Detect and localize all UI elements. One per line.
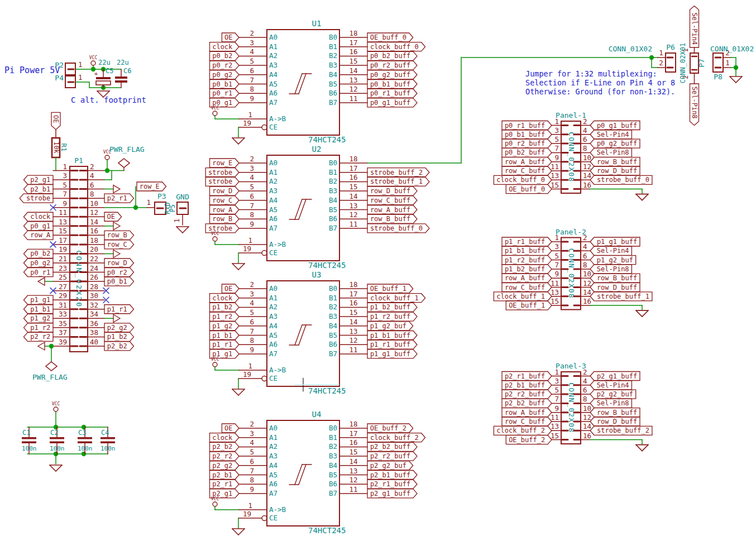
pin-number: 11 — [551, 413, 559, 422]
gnd-symbol[interactable] — [238, 264, 245, 270]
global-label-text: p1_r2 — [212, 313, 232, 320]
vcc-symbol[interactable] — [54, 407, 58, 411]
empty-label-arrow[interactable] — [113, 185, 120, 193]
pin-number: 31 — [59, 301, 67, 309]
vcc-symbol[interactable] — [213, 502, 217, 506]
pin-number: 6 — [250, 457, 254, 466]
pin-number: 11 — [349, 94, 357, 103]
pin-number: 17 — [349, 39, 357, 47]
vcc-symbol[interactable] — [213, 362, 217, 367]
global-label-text: p2_r1 — [212, 480, 232, 488]
global-label-text: clock_buff_1 — [496, 293, 545, 300]
ce-bubble[interactable] — [262, 376, 267, 381]
resistor-r1-value: 10k — [52, 142, 60, 154]
pwr-flag-symbol[interactable] — [118, 159, 130, 167]
pin-number: 19 — [243, 245, 251, 253]
cap-c5-plate[interactable] — [96, 81, 111, 85]
global-label-text: p0_b1 — [212, 80, 232, 88]
cap-plate[interactable] — [22, 437, 36, 439]
gnd-symbol[interactable] — [56, 465, 62, 471]
gnd-symbol[interactable] — [736, 76, 742, 83]
pin-name: A1 — [269, 294, 277, 302]
empty-label-arrow[interactable] — [113, 314, 120, 322]
connector-p8-ref: P8 — [714, 73, 722, 81]
hysteresis-symbol — [295, 325, 302, 345]
empty-label-arrow[interactable] — [38, 342, 45, 350]
pin-number: 4 — [250, 47, 254, 56]
gnd-symbol[interactable] — [636, 445, 642, 451]
ce-bubble[interactable] — [262, 516, 267, 521]
schematic-canvas[interactable]: Pi Power 5VC alt. footprintJumper for 1:… — [0, 0, 756, 541]
pin-number: 11 — [551, 162, 559, 171]
cap-plate[interactable] — [101, 437, 115, 439]
ce-bubble[interactable] — [262, 125, 267, 130]
pin-number: 14 — [90, 218, 98, 226]
vcc-symbol[interactable] — [91, 61, 95, 65]
cap-c6-plate[interactable] — [115, 76, 127, 79]
gnd-symbol[interactable] — [176, 227, 183, 233]
connector-p8[interactable] — [713, 53, 723, 72]
global-label-text: OE_buff_1 — [509, 301, 545, 309]
gnd-symbol[interactable] — [642, 445, 648, 451]
gnd-symbol[interactable] — [238, 138, 245, 144]
gnd-symbol[interactable] — [238, 529, 245, 535]
cap-plate[interactable] — [78, 437, 92, 439]
ce-bubble[interactable] — [262, 251, 267, 256]
kicad-schematic[interactable]: Pi Power 5VC alt. footprintJumper for 1:… — [0, 0, 756, 541]
global-label-text: p2_g2 — [212, 462, 232, 470]
global-label-text: p2_b2_buff — [370, 443, 410, 451]
pin-number: 15 — [349, 57, 357, 65]
gnd-symbol[interactable] — [730, 76, 736, 83]
pin-name: A7 — [269, 350, 277, 358]
gnd-symbol[interactable] — [232, 389, 238, 395]
global-label-text: row_A_buff — [370, 206, 410, 214]
global-label-text: strobe_buff_1 — [370, 178, 423, 185]
gnd-symbol[interactable] — [642, 310, 648, 317]
cap-c5-plate[interactable] — [96, 77, 111, 79]
note-pi-power[interactable]: Pi Power 5V — [4, 65, 60, 75]
note-c-alt-footprint[interactable]: C alt. footprint — [71, 95, 146, 104]
gnd-symbol[interactable] — [232, 529, 238, 535]
hysteresis-symbol — [299, 325, 306, 345]
pin-number: 11 — [59, 208, 67, 217]
global-label-text: p2_r1 — [107, 194, 127, 202]
connector-p6-value: CONN_01X02 — [609, 45, 652, 53]
note-jumper-line3[interactable]: Otherwise: Ground (for non-1:32). — [525, 87, 675, 96]
global-label-text: p0_g1 — [30, 222, 50, 230]
note-jumper-line2[interactable]: Selection if E-Line on Pin 4 or 8 — [525, 78, 675, 87]
empty-label-arrow[interactable] — [113, 222, 120, 230]
global-label-text: p0_g1_buff — [597, 122, 637, 130]
note-jumper-line1[interactable]: Jumper for 1:32 multiplexing: — [525, 69, 657, 78]
pin-number: 5 — [250, 57, 254, 65]
pin-name: A0 — [269, 284, 277, 293]
gnd-symbol[interactable] — [183, 227, 189, 233]
cap-plate[interactable] — [50, 437, 64, 439]
pin-number: 34 — [90, 310, 98, 318]
connector-p6[interactable] — [666, 53, 676, 72]
pwr-flag-symbol[interactable] — [46, 362, 57, 371]
empty-label-arrow[interactable] — [113, 250, 120, 257]
pin-number: 4 — [250, 173, 254, 181]
global-label-text: p1_g1_buff — [597, 238, 637, 246]
gnd-symbol[interactable] — [232, 138, 238, 144]
pin-name: A0 — [269, 159, 277, 167]
gnd-symbol[interactable] — [636, 310, 642, 317]
gnd-symbol[interactable] — [636, 194, 642, 200]
empty-label-arrow[interactable] — [38, 277, 45, 285]
pin-number: 2 — [250, 155, 254, 163]
pin-name: A1 — [269, 168, 277, 176]
global-label-text: p2_r2 — [30, 333, 50, 341]
global-label-text: row_E — [212, 159, 232, 167]
pin-name: A1 — [269, 42, 277, 51]
vcc-symbol[interactable] — [213, 111, 217, 116]
vcc-symbol[interactable] — [105, 155, 109, 160]
vcc-symbol[interactable] — [213, 237, 217, 241]
gnd-symbol[interactable] — [642, 194, 648, 200]
pwr-flag-label: PWR_FLAG — [32, 373, 68, 381]
gnd-symbol[interactable] — [238, 389, 245, 395]
global-label-text: Sel-Pin4 — [597, 131, 629, 138]
pin-name: A6 — [269, 480, 277, 488]
global-label-text: p2_g2_buf — [597, 390, 633, 398]
gnd-symbol[interactable] — [50, 465, 56, 471]
gnd-symbol[interactable] — [232, 264, 238, 270]
